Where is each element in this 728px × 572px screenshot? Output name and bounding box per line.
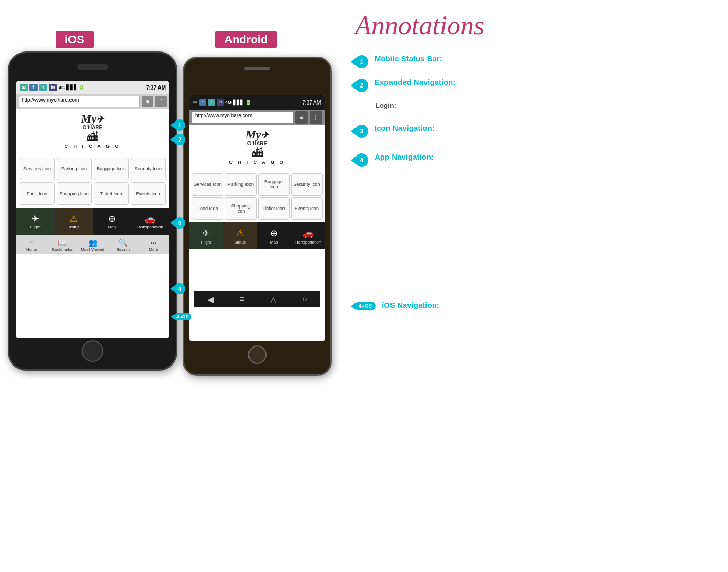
- mostviewed-icon: 👥: [88, 238, 97, 247]
- page-title: Annotations: [355, 10, 484, 41]
- android-nav-transportation-label: Transportation: [295, 240, 321, 245]
- ios-screen: ✉ f t in 4G ▋▋▋ 🔋 7:37 AM http://www.myo…: [16, 81, 169, 338]
- annotation-4: 4 App Navigation:: [355, 152, 456, 167]
- ios-url-input[interactable]: http://www.myo'hare.com: [19, 96, 140, 107]
- ios-safari-search[interactable]: 🔍 Search: [108, 235, 138, 254]
- ios-parking-icon[interactable]: Parking Icon: [57, 158, 92, 180]
- android-search-nav-icon[interactable]: ○: [302, 294, 307, 304]
- ios-nav-map-label: Map: [108, 224, 116, 229]
- android-shopping-icon[interactable]: Shopping Icon: [225, 197, 256, 220]
- map-icon: ⊕: [108, 214, 116, 223]
- ios-safari-mostviewed[interactable]: 👥 Most Viewed: [77, 235, 108, 254]
- android-food-icon[interactable]: Food Icon: [192, 197, 223, 220]
- facebook-icon: f: [29, 84, 38, 91]
- ios-home-button[interactable]: [82, 340, 103, 362]
- ios-logo-skyline: 🏙: [16, 131, 169, 143]
- android-ticket-icon[interactable]: Ticket Icon: [258, 197, 290, 220]
- ios-nav-status[interactable]: ⚠ Status: [55, 208, 93, 235]
- ios-time: 7:37 AM: [146, 85, 166, 91]
- android-logo-plane: ✈: [261, 130, 269, 141]
- ann-login-title: Login:: [376, 101, 396, 109]
- android-security-icon[interactable]: Security Icon: [291, 173, 323, 196]
- ios-safari-more[interactable]: ··· More: [138, 235, 169, 254]
- android-status-icons: ✉ f t in 4G ▋▋▋ 🔋: [193, 99, 251, 106]
- android-nav-transportation[interactable]: 🚗 Transportation: [291, 222, 325, 249]
- android-home-button[interactable]: [248, 345, 267, 364]
- ios-ticket-icon[interactable]: Ticket Icon: [94, 182, 129, 205]
- linkedin-icon: in: [49, 84, 57, 91]
- ios-url-bar[interactable]: http://www.myo'hare.com ≡ ⋮: [16, 94, 169, 109]
- ios-nav-flight[interactable]: ✈ Flight: [16, 208, 55, 235]
- android-app-nav: ✈ Flight ⚠ Status ⊕ Map 🚗 Transportation: [189, 222, 325, 249]
- android-nav-map[interactable]: ⊕ Map: [257, 222, 291, 249]
- badge-2: 2: [174, 134, 185, 145]
- ios-services-icon[interactable]: Services Icon: [20, 158, 55, 180]
- twitter-icon: t: [39, 84, 47, 91]
- ios-safari-home[interactable]: ⌂ Home: [16, 235, 47, 254]
- android-status-bar: ✉ f t in 4G ▋▋▋ 🔋 7:37 AM: [189, 95, 325, 110]
- ios-safari-bookmarks[interactable]: 📖 Bookmarks: [47, 235, 77, 254]
- android-transportation-icon: 🚗: [303, 228, 314, 239]
- android-system-nav: ◀ ≡ △ ○: [194, 291, 320, 307]
- android-4g-icon: 4G: [225, 100, 232, 105]
- android-nav-map-label: Map: [270, 240, 278, 245]
- ios-food-icon[interactable]: Food Icon: [20, 182, 55, 205]
- ios-events-icon[interactable]: Events Icon: [131, 182, 166, 205]
- ios-nav-flight-label: Flight: [30, 224, 41, 229]
- android-more-btn[interactable]: ⋮: [310, 111, 322, 124]
- android-back-icon[interactable]: ◀: [207, 294, 214, 304]
- android-flight-icon: ✈: [202, 228, 210, 239]
- annotation-4-ios: 4-iOS iOS Navigation:: [355, 301, 456, 310]
- android-services-icon[interactable]: Services Icon: [192, 173, 223, 196]
- badge-4: 4: [174, 283, 185, 294]
- annotation-2: 2 Expanded Navigation:: [355, 78, 456, 92]
- ann-badge-3: 3: [355, 125, 368, 138]
- android-events-icon[interactable]: Events Icon: [291, 197, 323, 220]
- android-status-icon: ⚠: [236, 228, 244, 239]
- android-menu-icon[interactable]: ≡: [239, 294, 244, 304]
- more-icon: ···: [151, 238, 157, 247]
- ios-more-btn[interactable]: ⋮: [155, 96, 167, 107]
- android-menu-btn[interactable]: ≡: [295, 111, 308, 124]
- android-logo-area: My✈ O'HARE 🏙 C H I C A G O: [189, 125, 325, 170]
- android-signal-icon: ▋▋▋: [233, 100, 244, 105]
- annotation-3: 3 Icon Navigation:: [355, 124, 456, 138]
- ios-nav-transportation[interactable]: 🚗 Transportation: [131, 208, 169, 235]
- android-logo-text: My✈: [189, 129, 325, 141]
- android-linkedin-icon: in: [217, 99, 224, 106]
- android-facebook-icon: f: [199, 99, 206, 106]
- badge-1: 1: [174, 119, 185, 131]
- ios-shopping-icon[interactable]: Shopping Icon: [57, 182, 92, 205]
- android-url-input[interactable]: http://www.myo'hare.com: [192, 112, 293, 123]
- android-icon-grid: Services Icon Parking Icon Baggage Icon …: [189, 170, 325, 222]
- android-logo-my: My: [246, 128, 261, 141]
- ios-security-icon[interactable]: Security Icon: [131, 158, 166, 180]
- android-baggage-icon[interactable]: Baggage Icon: [258, 173, 290, 196]
- android-url-bar[interactable]: http://www.myo'hare.com ≡ ⋮: [189, 110, 325, 125]
- android-nav-status[interactable]: ⚠ Status: [223, 222, 257, 249]
- ios-menu-btn[interactable]: ≡: [142, 96, 153, 107]
- ios-logo-text: My✈: [16, 113, 169, 125]
- battery-icon: 🔋: [79, 85, 84, 90]
- ios-safari-more-label: More: [149, 247, 158, 252]
- android-home-icon[interactable]: △: [270, 294, 276, 304]
- android-twitter-icon: t: [208, 99, 215, 106]
- ann-badge-4-ios: 4-iOS: [355, 302, 376, 310]
- ios-label: iOS: [56, 31, 94, 48]
- ios-app-nav: ✈ Flight ⚠ Status ⊕ Map 🚗 Transportation: [16, 208, 169, 235]
- signal-4g-icon: 4G: [59, 85, 65, 90]
- android-logo-skyline: 🏙: [189, 147, 325, 159]
- ios-logo-my: My: [81, 112, 96, 125]
- android-parking-icon[interactable]: Parking Icon: [225, 173, 256, 196]
- status-icon: ⚠: [69, 214, 78, 223]
- annotations-section: 1 Mobile Status Bar: 2 Expanded Navigati…: [355, 49, 456, 320]
- android-screen: ✉ f t in 4G ▋▋▋ 🔋 7:37 AM http://www.myo…: [189, 95, 325, 341]
- ios-baggage-icon[interactable]: Baggage Icon: [94, 158, 129, 180]
- ios-nav-status-label: Status: [68, 224, 80, 229]
- android-nav-flight[interactable]: ✈ Flight: [189, 222, 223, 249]
- ios-safari-search-label: Search: [117, 247, 130, 252]
- ios-nav-map[interactable]: ⊕ Map: [93, 208, 131, 235]
- ios-logo-area: My✈ O'HARE 🏙 C H I C A G O: [16, 109, 169, 154]
- android-logo-ohare: O'HARE: [189, 141, 325, 146]
- android-speaker: [244, 67, 270, 70]
